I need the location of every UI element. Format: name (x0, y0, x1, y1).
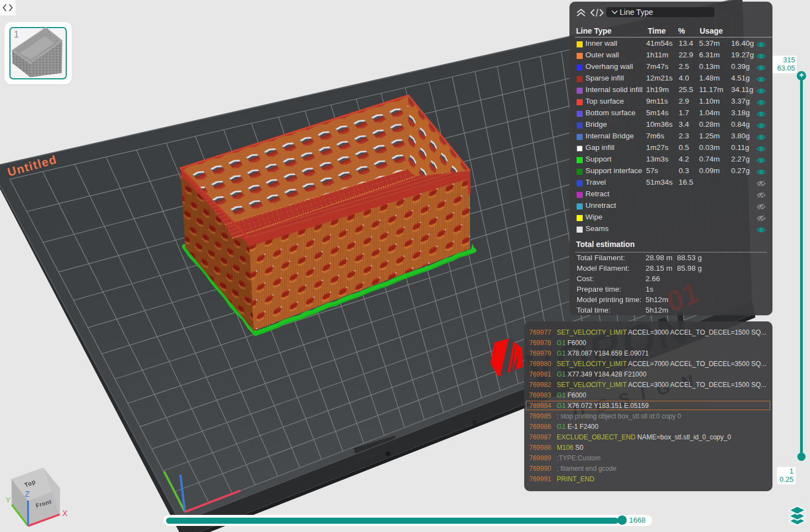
svg-text:Z: Z (25, 490, 30, 498)
svg-text:Y: Y (6, 496, 11, 504)
svg-text:X: X (62, 509, 68, 518)
